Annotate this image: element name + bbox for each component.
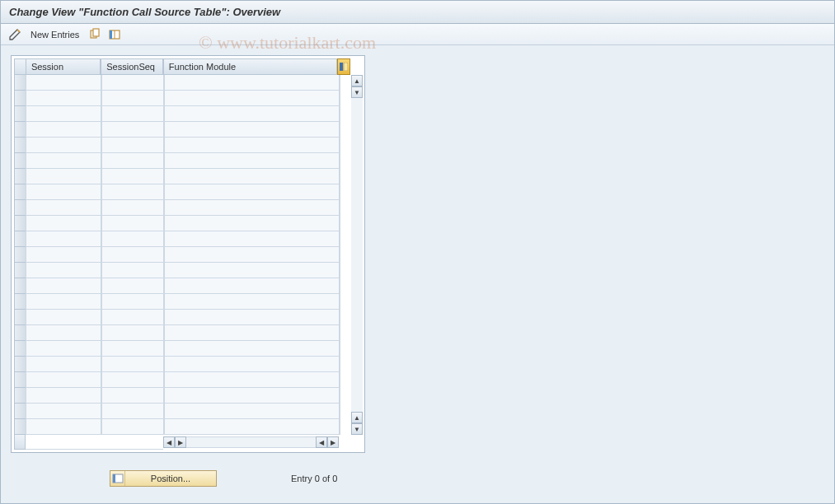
cell-function-module[interactable] bbox=[164, 75, 340, 91]
cell-session-seq[interactable] bbox=[101, 278, 164, 294]
cell-function-module[interactable] bbox=[164, 341, 340, 357]
table-row[interactable] bbox=[14, 404, 340, 419]
position-button[interactable]: Position... bbox=[110, 470, 217, 487]
table-row[interactable] bbox=[14, 122, 340, 138]
row-selector[interactable] bbox=[14, 231, 26, 247]
table-row[interactable] bbox=[14, 325, 340, 341]
cell-session[interactable] bbox=[26, 216, 101, 231]
cell-session[interactable] bbox=[26, 310, 101, 325]
row-selector[interactable] bbox=[14, 357, 26, 372]
scroll-up-icon[interactable]: ▲ bbox=[351, 75, 363, 86]
cell-session-seq[interactable] bbox=[101, 325, 164, 341]
cell-function-module[interactable] bbox=[164, 404, 340, 419]
scroll-right-last-icon[interactable]: ▶ bbox=[327, 436, 339, 448]
toggle-edit-icon[interactable] bbox=[7, 27, 22, 42]
cell-session-seq[interactable] bbox=[101, 372, 164, 388]
table-row[interactable] bbox=[14, 388, 340, 404]
table-row[interactable] bbox=[14, 231, 340, 247]
row-selector[interactable] bbox=[14, 278, 26, 294]
horizontal-scrollbar[interactable]: ◀ ▶ ◀ ▶ bbox=[14, 435, 362, 450]
table-row[interactable] bbox=[14, 419, 340, 435]
table-row[interactable] bbox=[14, 153, 340, 169]
row-selector[interactable] bbox=[14, 247, 26, 263]
cell-function-module[interactable] bbox=[164, 122, 340, 138]
cell-session-seq[interactable] bbox=[101, 419, 164, 435]
cell-function-module[interactable] bbox=[164, 357, 340, 372]
cell-session[interactable] bbox=[26, 184, 101, 200]
cell-session-seq[interactable] bbox=[101, 263, 164, 278]
cell-session[interactable] bbox=[26, 91, 101, 106]
cell-session-seq[interactable] bbox=[101, 388, 164, 404]
row-selector[interactable] bbox=[14, 200, 26, 216]
cell-session[interactable] bbox=[26, 169, 101, 184]
cell-session-seq[interactable] bbox=[101, 200, 164, 216]
cell-function-module[interactable] bbox=[164, 200, 340, 216]
table-row[interactable] bbox=[14, 263, 340, 278]
table-row[interactable] bbox=[14, 106, 340, 122]
row-selector[interactable] bbox=[14, 184, 26, 200]
cell-session[interactable] bbox=[26, 341, 101, 357]
row-selector[interactable] bbox=[14, 91, 26, 106]
row-selector[interactable] bbox=[14, 216, 26, 231]
cell-session-seq[interactable] bbox=[101, 294, 164, 310]
cell-session-seq[interactable] bbox=[101, 106, 164, 122]
scroll-right-icon[interactable]: ◀ bbox=[316, 436, 327, 448]
cell-session[interactable] bbox=[26, 106, 101, 122]
cell-session[interactable] bbox=[26, 75, 101, 91]
scroll-down-step-icon[interactable]: ▼ bbox=[351, 86, 363, 98]
cell-function-module[interactable] bbox=[164, 91, 340, 106]
cell-session[interactable] bbox=[26, 231, 101, 247]
scroll-up-step-icon[interactable]: ▲ bbox=[351, 412, 363, 423]
table-row[interactable] bbox=[14, 216, 340, 231]
vscroll-track[interactable] bbox=[351, 98, 363, 412]
table-row[interactable] bbox=[14, 310, 340, 325]
table-row[interactable] bbox=[14, 184, 340, 200]
row-selector[interactable] bbox=[14, 419, 26, 435]
cell-function-module[interactable] bbox=[164, 419, 340, 435]
cell-session-seq[interactable] bbox=[101, 122, 164, 138]
row-selector[interactable] bbox=[14, 138, 26, 153]
cell-session[interactable] bbox=[26, 404, 101, 419]
table-row[interactable] bbox=[14, 341, 340, 357]
cell-session-seq[interactable] bbox=[101, 341, 164, 357]
configure-columns-icon[interactable] bbox=[337, 58, 350, 75]
row-selector[interactable] bbox=[14, 75, 26, 91]
scroll-down-icon[interactable]: ▼ bbox=[351, 423, 363, 435]
cell-session[interactable] bbox=[26, 372, 101, 388]
scroll-left-first-icon[interactable]: ◀ bbox=[163, 436, 175, 448]
cell-session-seq[interactable] bbox=[101, 153, 164, 169]
cell-function-module[interactable] bbox=[164, 138, 340, 153]
cell-session[interactable] bbox=[26, 419, 101, 435]
vertical-scrollbar[interactable]: ▲ ▼ ▲ ▼ bbox=[340, 75, 363, 435]
hscroll-track[interactable] bbox=[186, 436, 317, 448]
copy-icon[interactable] bbox=[87, 27, 102, 42]
cell-function-module[interactable] bbox=[164, 247, 340, 263]
table-row[interactable] bbox=[14, 247, 340, 263]
column-header-session-seq[interactable]: SessionSeq bbox=[101, 58, 163, 75]
select-columns-icon[interactable] bbox=[107, 27, 122, 42]
table-row[interactable] bbox=[14, 75, 340, 91]
select-all-corner[interactable] bbox=[14, 58, 26, 75]
cell-function-module[interactable] bbox=[164, 278, 340, 294]
column-header-function-module[interactable]: Function Module bbox=[163, 58, 337, 75]
cell-session-seq[interactable] bbox=[101, 138, 164, 153]
cell-session[interactable] bbox=[26, 247, 101, 263]
cell-session-seq[interactable] bbox=[101, 184, 164, 200]
table-row[interactable] bbox=[14, 278, 340, 294]
row-selector[interactable] bbox=[14, 341, 26, 357]
table-row[interactable] bbox=[14, 294, 340, 310]
cell-session[interactable] bbox=[26, 263, 101, 278]
cell-session[interactable] bbox=[26, 294, 101, 310]
cell-function-module[interactable] bbox=[164, 153, 340, 169]
row-selector[interactable] bbox=[14, 106, 26, 122]
cell-session-seq[interactable] bbox=[101, 357, 164, 372]
cell-function-module[interactable] bbox=[164, 372, 340, 388]
cell-session[interactable] bbox=[26, 278, 101, 294]
table-row[interactable] bbox=[14, 357, 340, 372]
cell-function-module[interactable] bbox=[164, 325, 340, 341]
row-selector[interactable] bbox=[14, 153, 26, 169]
scroll-left-icon[interactable]: ▶ bbox=[175, 436, 186, 448]
cell-function-module[interactable] bbox=[164, 263, 340, 278]
row-selector[interactable] bbox=[14, 122, 26, 138]
row-selector[interactable] bbox=[14, 325, 26, 341]
